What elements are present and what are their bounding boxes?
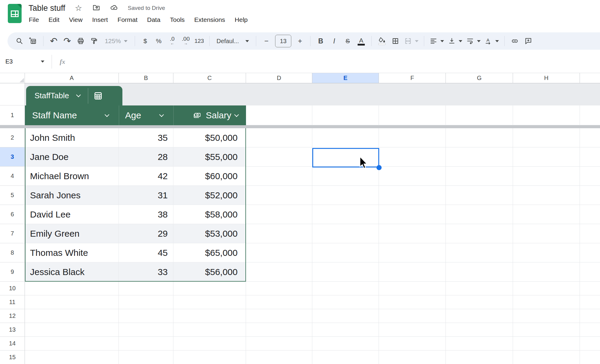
row-header-8[interactable]: 8 [0, 243, 25, 262]
table-name-chip[interactable]: StaffTable [26, 86, 122, 105]
grid-cell[interactable] [119, 323, 173, 337]
grid-cell[interactable] [312, 309, 379, 323]
grid-cell[interactable] [312, 167, 379, 186]
grid-cell[interactable] [173, 351, 246, 364]
staff-name-cell[interactable]: Emily Green [25, 224, 119, 243]
row-header-12[interactable]: 12 [0, 309, 25, 323]
grid-cell[interactable] [446, 224, 513, 243]
grid-cell[interactable] [446, 205, 513, 224]
grid-cell[interactable] [379, 282, 446, 295]
row-header-15[interactable]: 15 [0, 351, 25, 364]
table-icon[interactable] [93, 91, 103, 101]
grid-cell[interactable] [513, 323, 580, 337]
row-header-2[interactable]: 2 [0, 128, 25, 147]
row-header-14[interactable]: 14 [0, 337, 25, 351]
salary-cell[interactable]: $52,000 [173, 186, 246, 205]
grid-cell[interactable] [513, 295, 580, 309]
grid-cell[interactable] [379, 205, 446, 224]
staff-name-cell[interactable]: Sarah Jones [25, 186, 119, 205]
column-header-H[interactable]: H [513, 73, 580, 83]
grid-cell[interactable] [513, 167, 580, 186]
grid-cell[interactable] [246, 105, 312, 125]
select-all-corner[interactable] [0, 73, 25, 83]
menu-file[interactable]: File [24, 14, 44, 25]
more-formats-button[interactable]: 123 [194, 35, 204, 47]
cloud-check-icon[interactable] [110, 4, 118, 13]
grid-cell[interactable] [119, 282, 173, 295]
grid-cell[interactable] [446, 282, 513, 295]
grid-cell[interactable] [580, 205, 600, 224]
table-header-salary[interactable]: Salary [173, 105, 246, 125]
grid-cell[interactable] [580, 262, 600, 282]
age-cell[interactable]: 31 [119, 186, 173, 205]
decrease-font-size-button[interactable]: − [262, 35, 271, 47]
grid-cell[interactable] [246, 224, 312, 243]
column-header-partial[interactable] [580, 73, 600, 83]
text-wrap-button[interactable] [466, 35, 481, 47]
age-cell[interactable]: 28 [119, 147, 173, 167]
menu-help[interactable]: Help [230, 14, 252, 25]
star-icon[interactable]: ☆ [75, 3, 82, 13]
grid-cell[interactable] [246, 128, 312, 147]
grid-cell[interactable] [246, 262, 312, 282]
grid-cell[interactable] [312, 205, 379, 224]
insert-comment-button[interactable] [524, 35, 533, 47]
grid-cell[interactable] [25, 295, 119, 309]
grid-cell[interactable] [513, 309, 580, 323]
grid-cell[interactable] [246, 337, 312, 351]
grid-cell[interactable] [246, 167, 312, 186]
grid-cell[interactable] [379, 262, 446, 282]
insert-link-button[interactable] [510, 35, 520, 47]
grid-cell[interactable] [513, 105, 580, 125]
grid-cell[interactable] [119, 295, 173, 309]
increase-font-size-button[interactable]: + [295, 35, 305, 47]
redo-button[interactable]: ↷ [62, 35, 72, 47]
row-header-4[interactable]: 4 [0, 167, 25, 186]
chevron-down-icon[interactable] [159, 112, 164, 117]
grid-cell[interactable] [246, 351, 312, 364]
column-header-A[interactable]: A [25, 73, 119, 83]
grid-cell[interactable] [173, 295, 246, 309]
grid-cell[interactable] [580, 186, 600, 205]
search-icon[interactable] [15, 35, 24, 47]
grid-cell[interactable] [446, 351, 513, 364]
staff-name-cell[interactable]: David Lee [25, 205, 119, 224]
row-header-3[interactable]: 3 [0, 147, 25, 167]
bold-button[interactable]: B [316, 35, 326, 47]
grid-cell[interactable] [513, 243, 580, 262]
grid-cell[interactable] [580, 309, 600, 323]
staff-name-cell[interactable]: Jessica Black [25, 262, 119, 282]
grid-cell[interactable] [379, 224, 446, 243]
chevron-down-icon[interactable] [105, 112, 110, 117]
row-header-13[interactable]: 13 [0, 323, 25, 337]
grid-cell[interactable] [446, 105, 513, 125]
grid-cell[interactable] [580, 351, 600, 364]
column-header-G[interactable]: G [446, 73, 513, 83]
format-currency-button[interactable]: $ [140, 35, 150, 47]
grid-cell[interactable] [173, 309, 246, 323]
grid-cell[interactable] [513, 186, 580, 205]
grid-cell[interactable] [580, 243, 600, 262]
grid-cell[interactable] [446, 147, 513, 167]
grid-cell[interactable] [246, 205, 312, 224]
grid-cell[interactable] [580, 105, 600, 125]
age-cell[interactable]: 45 [119, 243, 173, 262]
salary-cell[interactable]: $58,000 [173, 205, 246, 224]
merge-cells-button[interactable] [404, 35, 418, 47]
staff-name-cell[interactable]: Michael Brown [25, 167, 119, 186]
grid-cell[interactable] [446, 295, 513, 309]
row-header-1[interactable]: 1 [0, 105, 25, 125]
grid-cell[interactable] [446, 309, 513, 323]
grid-cell[interactable] [312, 282, 379, 295]
fx-icon[interactable]: fx [60, 58, 65, 66]
grid-cell[interactable] [580, 167, 600, 186]
grid-cell[interactable] [580, 224, 600, 243]
grid-cell[interactable] [312, 186, 379, 205]
grid-cell[interactable] [312, 147, 379, 167]
column-header-D[interactable]: D [246, 73, 312, 83]
grid-cell[interactable] [379, 105, 446, 125]
horizontal-align-button[interactable] [430, 35, 444, 47]
text-rotation-button[interactable]: A [484, 35, 499, 47]
insert-table-icon[interactable] [28, 35, 38, 47]
menu-extensions[interactable]: Extensions [190, 14, 230, 25]
